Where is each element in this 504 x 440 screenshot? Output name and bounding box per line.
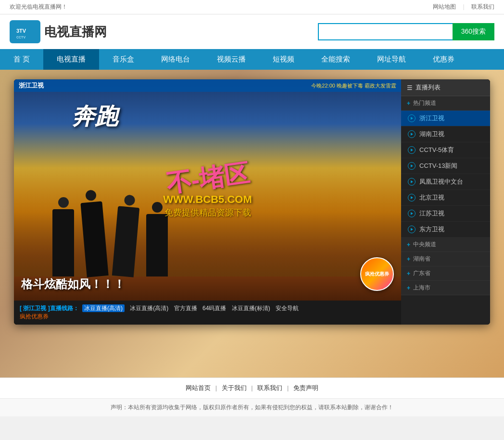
footer-contact[interactable]: 联系我们 <box>257 384 282 391</box>
top-bar: 欢迎光临电视直播网！ 网站地图 ｜ 联系我们 <box>0 0 504 14</box>
play-icon-2 <box>408 130 416 138</box>
nav-item-search[interactable]: 全能搜索 <box>308 49 364 70</box>
sidebar-channel-jiangsu[interactable]: 江苏卫视 <box>401 206 490 222</box>
sidebar-channel-dongfang[interactable]: 东方卫视 <box>401 222 490 238</box>
nav-item-music[interactable]: 音乐盒 <box>99 49 148 70</box>
sidebar-channel-cctv5[interactable]: CCTV-5体育 <box>401 142 490 158</box>
show-scene <box>14 171 401 277</box>
footer-disclaimer-link[interactable]: 免责声明 <box>293 384 318 391</box>
player-bottom: [ 浙江卫视 ]直播线路： 冰豆直播(高清) 冰豆直播(高清) 官方直播 64码… <box>14 301 401 325</box>
stream-link-6[interactable]: 安全导航 <box>276 305 299 312</box>
logo-icon: 3TV CCTV <box>10 20 40 43</box>
play-icon-7 <box>408 210 416 217</box>
sidebar-scroll[interactable]: + 热门频道 浙江卫视 湖南卫视 CCTV-5体育 CCTV-13新 <box>401 96 490 325</box>
person3 <box>112 206 139 277</box>
search-area: 360搜索 <box>318 23 494 40</box>
broadcast-list-title: 直播列表 <box>416 83 441 92</box>
channel-logo: 浙江卫视 <box>19 81 44 90</box>
logo-area: 3TV CCTV 电视直播网 <box>10 20 107 43</box>
plus-icon-hot: + <box>407 100 410 107</box>
sidebar-channel-phoenix[interactable]: 凤凰卫视中文台 <box>401 174 490 190</box>
footer-disclaimer: 声明：本站所有资源均收集于网络，版权归原作者所有，如果有侵犯到您的权益，请联系本… <box>0 398 504 416</box>
section-shanghai-label: 上海市 <box>413 284 430 292</box>
sidebar-channel-beijing[interactable]: 北京卫视 <box>401 190 490 206</box>
search-input[interactable] <box>318 23 453 40</box>
nav-item-short[interactable]: 短视频 <box>259 49 308 70</box>
people-group <box>52 202 168 277</box>
section-hunan-prov[interactable]: + 湖南省 <box>401 252 490 266</box>
play-icon-5 <box>408 178 416 186</box>
section-guangdong[interactable]: + 广东省 <box>401 266 490 281</box>
promo-bubble[interactable]: 疯抢优惠券 <box>360 257 394 291</box>
section-central[interactable]: + 中央频道 <box>401 238 490 252</box>
channel-label: [ 浙江卫视 ]直播线路： <box>20 305 79 312</box>
section-central-label: 中央频道 <box>413 240 436 249</box>
channel-name-6: 北京卫视 <box>419 193 444 202</box>
welcome-text: 欢迎光临电视直播网！ <box>10 3 67 11</box>
svg-text:3TV: 3TV <box>16 28 26 34</box>
show-info: 今晚22:00 晚趣被下毒 霸政大发雷霆 <box>311 82 396 89</box>
main-content: 浙江卫视 今晚22:00 晚趣被下毒 霸政大发雷霆 奔跑 <box>0 70 504 377</box>
footer-about[interactable]: 关于我们 <box>222 384 247 391</box>
stream-link-2[interactable]: 冰豆直播(高清) <box>130 305 168 312</box>
stream-links: 冰豆直播(高清) 冰豆直播(高清) 官方直播 64码直播 冰豆直播(标清) 安全… <box>80 305 301 312</box>
logo-text: 电视直播网 <box>44 24 107 40</box>
list-icon: ☰ <box>407 84 413 91</box>
channel-name-4: CCTV-13新闻 <box>419 162 457 170</box>
search-button[interactable]: 360搜索 <box>453 23 494 40</box>
plus-icon-shanghai: + <box>407 285 410 291</box>
play-icon-8 <box>408 226 416 233</box>
main-nav: 首 页 电视直播 音乐盒 网络电台 视频云播 短视频 全能搜索 网址导航 优惠券 <box>0 49 504 70</box>
stream-link-5[interactable]: 冰豆直播(标清) <box>232 305 270 312</box>
channel-name-3: CCTV-5体育 <box>419 146 454 154</box>
contact-link[interactable]: 联系我们 <box>471 3 494 11</box>
channel-name-5: 凤凰卫视中文台 <box>419 177 463 186</box>
channel-name-2: 湖南卫视 <box>419 130 444 138</box>
channel-name-7: 江苏卫视 <box>419 209 444 218</box>
sep-f2: | <box>251 384 252 391</box>
plus-icon-central: + <box>407 241 410 248</box>
promo-link[interactable]: 疯抢优惠券 <box>20 313 49 320</box>
disclaimer-text: 声明：本站所有资源均收集于网络，版权归原作者所有，如果有侵犯到您的权益，请联系本… <box>111 404 393 411</box>
sidebar-header: ☰ 直播列表 <box>401 79 490 96</box>
player-container: 浙江卫视 今晚22:00 晚趣被下毒 霸政大发雷霆 奔跑 <box>14 79 490 325</box>
svg-text:CCTV: CCTV <box>16 36 25 39</box>
nav-item-home[interactable]: 首 页 <box>0 49 43 70</box>
stream-link-4[interactable]: 64码直播 <box>202 305 226 312</box>
sep-f3: | <box>287 384 289 391</box>
show-bottom-text: 格斗炫酷如风！！！ <box>21 277 125 292</box>
person2 <box>80 201 108 277</box>
promo-bubble-text: 疯抢优惠券 <box>365 271 389 277</box>
sitemap-link[interactable]: 网站地图 <box>433 3 456 11</box>
stream-link-1[interactable]: 冰豆直播(高清) <box>82 304 125 312</box>
channel-name-8: 东方卫视 <box>419 225 444 234</box>
play-icon-4 <box>408 162 416 170</box>
stream-link-3[interactable]: 官方直播 <box>174 305 197 312</box>
section-hot-label: 热门频道 <box>413 99 436 107</box>
video-screen[interactable]: 浙江卫视 今晚22:00 晚趣被下毒 霸政大发雷霆 奔跑 <box>14 79 401 301</box>
footer-home[interactable]: 网站首页 <box>186 384 211 391</box>
section-hot[interactable]: + 热门频道 <box>401 96 490 111</box>
header: 3TV CCTV 电视直播网 360搜索 <box>0 14 504 49</box>
sidebar-channel-cctv13[interactable]: CCTV-13新闻 <box>401 158 490 174</box>
section-shanghai[interactable]: + 上海市 <box>401 281 490 295</box>
play-icon-1 <box>408 114 416 122</box>
nav-item-radio[interactable]: 网络电台 <box>148 49 203 70</box>
section-guangdong-label: 广东省 <box>413 269 430 277</box>
nav-item-video[interactable]: 视频云播 <box>203 49 259 70</box>
sidebar-channel-zhejiang[interactable]: 浙江卫视 <box>401 111 490 126</box>
show-title: 奔跑 <box>72 101 118 132</box>
channel-name-1: 浙江卫视 <box>419 114 444 123</box>
video-area: 浙江卫视 今晚22:00 晚趣被下毒 霸政大发雷霆 奔跑 <box>14 79 401 325</box>
person1 <box>52 209 74 277</box>
footer-links: 网站首页 | 关于我们 | 联系我们 | 免责声明 <box>0 377 504 398</box>
play-icon-6 <box>408 194 416 201</box>
section-hunan-label: 湖南省 <box>413 255 430 263</box>
nav-item-tv[interactable]: 电视直播 <box>43 49 99 70</box>
nav-item-nav[interactable]: 网址导航 <box>364 49 419 70</box>
show-top-bar: 浙江卫视 今晚22:00 晚趣被下毒 霸政大发雷霆 <box>14 79 401 92</box>
sep-f1: | <box>215 384 217 391</box>
plus-icon-guangdong: + <box>407 270 410 277</box>
sidebar-channel-hunan[interactable]: 湖南卫视 <box>401 126 490 142</box>
nav-item-coupon[interactable]: 优惠券 <box>419 49 468 70</box>
